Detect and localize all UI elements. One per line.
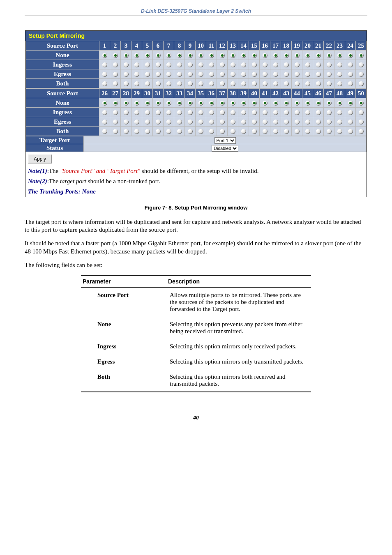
radio-port-32-none[interactable] bbox=[166, 101, 171, 106]
radio-port-3-none[interactable] bbox=[124, 53, 129, 58]
radio-port-9-none[interactable] bbox=[188, 53, 193, 58]
radio-port-40-egress[interactable] bbox=[252, 120, 257, 124]
radio-port-19-ingress[interactable] bbox=[295, 62, 300, 67]
radio-port-42-none[interactable] bbox=[273, 101, 278, 106]
radio-port-29-both[interactable] bbox=[134, 129, 139, 134]
radio-port-49-ingress[interactable] bbox=[348, 110, 353, 115]
radio-port-11-ingress[interactable] bbox=[209, 62, 214, 67]
radio-port-11-none[interactable] bbox=[209, 53, 214, 58]
radio-port-39-none[interactable] bbox=[241, 101, 246, 106]
radio-port-47-none[interactable] bbox=[327, 101, 332, 106]
radio-port-26-none[interactable] bbox=[102, 101, 107, 106]
radio-port-19-none[interactable] bbox=[295, 53, 300, 58]
radio-port-14-egress[interactable] bbox=[241, 72, 246, 77]
radio-port-49-egress[interactable] bbox=[348, 120, 353, 124]
radio-port-37-egress[interactable] bbox=[220, 120, 225, 124]
radio-port-43-none[interactable] bbox=[284, 101, 289, 106]
radio-port-8-egress[interactable] bbox=[177, 72, 182, 77]
radio-port-32-both[interactable] bbox=[166, 129, 171, 134]
apply-button[interactable]: Apply bbox=[28, 154, 52, 164]
radio-port-28-both[interactable] bbox=[124, 129, 129, 134]
radio-port-39-both[interactable] bbox=[241, 129, 246, 134]
radio-port-6-none[interactable] bbox=[156, 53, 161, 58]
radio-port-35-both[interactable] bbox=[198, 129, 203, 134]
radio-port-13-egress[interactable] bbox=[231, 72, 235, 77]
radio-port-31-none[interactable] bbox=[156, 101, 161, 106]
radio-port-3-ingress[interactable] bbox=[124, 62, 129, 67]
radio-port-26-both[interactable] bbox=[102, 129, 107, 134]
radio-port-8-both[interactable] bbox=[177, 81, 182, 86]
radio-port-47-ingress[interactable] bbox=[327, 110, 332, 115]
radio-port-1-ingress[interactable] bbox=[102, 62, 107, 67]
radio-port-42-both[interactable] bbox=[273, 129, 278, 134]
radio-port-16-both[interactable] bbox=[263, 81, 267, 86]
radio-port-49-both[interactable] bbox=[348, 129, 353, 134]
radio-port-46-both[interactable] bbox=[316, 129, 321, 134]
radio-port-23-none[interactable] bbox=[337, 53, 342, 58]
radio-port-38-both[interactable] bbox=[231, 129, 235, 134]
radio-port-45-egress[interactable] bbox=[305, 120, 310, 124]
radio-port-34-ingress[interactable] bbox=[188, 110, 193, 115]
radio-port-27-ingress[interactable] bbox=[113, 110, 118, 115]
radio-port-25-egress[interactable] bbox=[359, 72, 364, 77]
radio-port-34-egress[interactable] bbox=[188, 120, 193, 124]
radio-port-46-egress[interactable] bbox=[316, 120, 321, 124]
radio-port-38-none[interactable] bbox=[231, 101, 235, 106]
radio-port-10-none[interactable] bbox=[198, 53, 203, 58]
radio-port-20-both[interactable] bbox=[305, 81, 310, 86]
radio-port-37-ingress[interactable] bbox=[220, 110, 225, 115]
radio-port-41-egress[interactable] bbox=[263, 120, 267, 124]
radio-port-48-none[interactable] bbox=[337, 101, 342, 106]
radio-port-7-egress[interactable] bbox=[166, 72, 171, 77]
radio-port-15-ingress[interactable] bbox=[252, 62, 257, 67]
radio-port-6-ingress[interactable] bbox=[156, 62, 161, 67]
radio-port-1-both[interactable] bbox=[102, 81, 107, 86]
radio-port-17-none[interactable] bbox=[273, 53, 278, 58]
radio-port-2-ingress[interactable] bbox=[113, 62, 118, 67]
radio-port-20-none[interactable] bbox=[305, 53, 310, 58]
radio-port-31-both[interactable] bbox=[156, 129, 161, 134]
radio-port-39-egress[interactable] bbox=[241, 120, 246, 124]
radio-port-22-both[interactable] bbox=[327, 81, 332, 86]
radio-port-22-ingress[interactable] bbox=[327, 62, 332, 67]
radio-port-49-none[interactable] bbox=[348, 101, 353, 106]
radio-port-40-none[interactable] bbox=[252, 101, 257, 106]
target-port-select[interactable]: Port 1 bbox=[214, 137, 236, 144]
radio-port-1-egress[interactable] bbox=[102, 72, 107, 77]
radio-port-31-ingress[interactable] bbox=[156, 110, 161, 115]
radio-port-43-egress[interactable] bbox=[284, 120, 289, 124]
radio-port-25-both[interactable] bbox=[359, 81, 364, 86]
radio-port-5-egress[interactable] bbox=[145, 72, 150, 77]
radio-port-28-egress[interactable] bbox=[124, 120, 129, 124]
radio-port-38-ingress[interactable] bbox=[231, 110, 235, 115]
radio-port-41-both[interactable] bbox=[263, 129, 267, 134]
radio-port-10-ingress[interactable] bbox=[198, 62, 203, 67]
radio-port-18-ingress[interactable] bbox=[284, 62, 289, 67]
radio-port-42-ingress[interactable] bbox=[273, 110, 278, 115]
radio-port-14-ingress[interactable] bbox=[241, 62, 246, 67]
radio-port-15-both[interactable] bbox=[252, 81, 257, 86]
radio-port-6-egress[interactable] bbox=[156, 72, 161, 77]
radio-port-21-ingress[interactable] bbox=[316, 62, 321, 67]
radio-port-36-ingress[interactable] bbox=[209, 110, 214, 115]
radio-port-20-ingress[interactable] bbox=[305, 62, 310, 67]
radio-port-47-both[interactable] bbox=[327, 129, 332, 134]
radio-port-16-ingress[interactable] bbox=[263, 62, 267, 67]
radio-port-33-both[interactable] bbox=[177, 129, 182, 134]
radio-port-41-ingress[interactable] bbox=[263, 110, 267, 115]
radio-port-25-ingress[interactable] bbox=[359, 62, 364, 67]
radio-port-6-both[interactable] bbox=[156, 81, 161, 86]
radio-port-36-both[interactable] bbox=[209, 129, 214, 134]
radio-port-7-ingress[interactable] bbox=[166, 62, 171, 67]
radio-port-23-both[interactable] bbox=[337, 81, 342, 86]
status-select[interactable]: Disabled bbox=[212, 145, 238, 152]
radio-port-46-none[interactable] bbox=[316, 101, 321, 106]
radio-port-33-none[interactable] bbox=[177, 101, 182, 106]
radio-port-11-both[interactable] bbox=[209, 81, 214, 86]
radio-port-50-egress[interactable] bbox=[359, 120, 364, 124]
radio-port-14-both[interactable] bbox=[241, 81, 246, 86]
radio-port-38-egress[interactable] bbox=[231, 120, 235, 124]
radio-port-7-none[interactable] bbox=[166, 53, 171, 58]
radio-port-1-none[interactable] bbox=[102, 53, 107, 58]
radio-port-43-ingress[interactable] bbox=[284, 110, 289, 115]
